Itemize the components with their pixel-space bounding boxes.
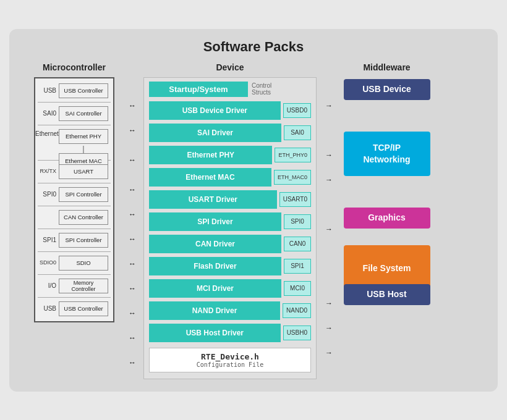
mw-header: Middleware: [363, 62, 410, 72]
main-container: Software Packs Microcontroller USB USB C…: [9, 29, 498, 392]
mw-graphics-slot: Graphics: [344, 207, 430, 229]
eth-phy-tag: ETH_PHY0: [275, 148, 311, 162]
mc-row-eth: Ethernet Ethernet PHY | Ethernet MAC: [35, 127, 113, 159]
device-row-nand: NAND Driver NAND0: [149, 301, 311, 321]
mc-chip-usb-controller-1: USB Controller: [59, 83, 108, 98]
startup-bar: Startup/System: [149, 82, 248, 97]
usb-host-driver-btn: USB Host Driver: [149, 324, 281, 342]
mw-arrow-9: →: [325, 292, 333, 314]
usb-device-driver-btn: USB Device Driver: [149, 101, 281, 120]
device-row-usart: USART Driver USART0: [149, 190, 311, 209]
mc-header: Microcontroller: [43, 62, 106, 72]
usart-tag: USART0: [279, 192, 311, 207]
mc-sep-8: [38, 274, 111, 275]
device-row-usb-device: USB Device Driver USBD0: [149, 101, 311, 120]
sai-driver-btn: SAI Driver: [149, 124, 281, 142]
mc-sep-5: [38, 206, 111, 206]
mc-row-mem: I/O Memory Controller: [35, 276, 113, 296]
mw-arrow-10: →: [325, 317, 333, 339]
mc-label-sdio: SDIO0: [35, 259, 59, 266]
mc-chip-can: CAN Controller: [59, 210, 108, 225]
device-row-can: CAN Driver CAN0: [149, 234, 311, 254]
mc-chip-sdio: SDIO: [59, 256, 108, 271]
mw-arrow-6: →: [325, 218, 333, 240]
arrow-6: ↔: [129, 228, 136, 250]
mw-usb-device-slot: USB Device: [344, 78, 430, 101]
mw-arrow-11: →: [325, 342, 333, 364]
mc-sep-2: [38, 125, 111, 125]
flash-driver-btn: Flash Driver: [149, 257, 281, 275]
device-row-flash: Flash Driver SPI1: [149, 256, 311, 276]
spi-driver-btn: SPI Driver: [149, 212, 281, 231]
nand-driver-btn: NAND Driver: [149, 301, 280, 320]
mc-row-spi0: SPI0 SPI Controller: [35, 185, 113, 204]
arrow-4: ↔: [129, 178, 136, 201]
eth-phy-driver-btn: Ethernet PHY: [149, 146, 272, 164]
startup-row: Startup/System Control Structs: [149, 82, 311, 97]
middleware-column: Middleware USB Device TCP/IPNetworking: [336, 62, 438, 306]
device-row-mci: MCI Driver MCI0: [149, 279, 311, 298]
device-row-sai: SAI Driver SAI0: [149, 123, 311, 143]
nand-tag: NAND0: [283, 303, 311, 318]
mw-arrow-1: →: [325, 94, 333, 117]
arrow-11: ↔: [129, 351, 136, 374]
mw-graphics: Graphics: [344, 208, 430, 229]
mw-arrow-3: →: [325, 144, 333, 166]
mci-driver-btn: MCI Driver: [149, 279, 281, 298]
mc-sep-9: [38, 297, 111, 298]
mc-label-spi1: SPI1: [35, 237, 59, 244]
mc-chip-usart: USART: [59, 164, 108, 179]
mw-tcpip-slot: TCP/IPNetworking: [344, 130, 430, 177]
usart-driver-btn: USART Driver: [149, 190, 277, 209]
rte-subtitle: Configuration File: [150, 361, 310, 368]
mc-sep-4: [38, 183, 111, 183]
mw-usbhost-slot: USB Host: [344, 284, 430, 306]
mc-chip-mem: Memory Controller: [59, 279, 108, 293]
diagram-wrapper: Microcontroller USB USB Controller SAI0 …: [22, 62, 485, 379]
eth-mac-driver-btn: Ethernet MAC: [149, 168, 271, 187]
mc-label-sai: SAI0: [35, 110, 59, 117]
usb-host-tag: USBH0: [283, 326, 311, 340]
device-header: Device: [216, 62, 244, 72]
mc-chip-usb-controller-2: USB Controller: [59, 301, 108, 316]
usb-device-tag: USBD0: [283, 103, 311, 118]
rte-box: RTE_Device.h Configuration File: [149, 348, 311, 372]
mw-tcpip: TCP/IPNetworking: [344, 132, 430, 176]
arrow-8: ↔: [129, 277, 136, 300]
mw-usbhost: USB Host: [344, 284, 430, 305]
arrow-5: ↔: [129, 203, 136, 225]
arrow-9: ↔: [129, 302, 136, 324]
rte-title: RTE_Device.h: [150, 352, 310, 361]
mc-chip-spi1: SPI Controller: [59, 233, 108, 248]
mc-row-usb1: USB USB Controller: [35, 81, 113, 101]
arrows-mc-to-device: ↔ ↔ ↔ ↔ ↔ ↔ ↔ ↔ ↔ ↔ ↔: [127, 62, 138, 374]
diagram: Microcontroller USB USB Controller SAI0 …: [22, 62, 485, 379]
mc-sep-6: [38, 229, 111, 229]
control-structs-label: Control Structs: [252, 82, 271, 96]
mc-row-sdio: SDIO0 SDIO: [35, 253, 113, 273]
mw-arrow-4: →: [325, 169, 333, 191]
mc-label-usart: RX/TX: [35, 168, 59, 175]
mc-row-can: CAN Controller: [35, 208, 113, 227]
device-column: Device Startup/System Control Structs US…: [140, 62, 320, 379]
mw-usb-device: USB Device: [344, 79, 430, 100]
device-row-eth-mac: Ethernet MAC ETH_MAC0: [149, 167, 311, 187]
mc-row-usart: RX/TX USART: [35, 162, 113, 182]
arrow-3: ↔: [129, 144, 136, 176]
mw-blocks: USB Device TCP/IPNetworking: [344, 77, 430, 306]
mw-filesystem-slot: File System: [344, 232, 430, 281]
can-tag: CAN0: [284, 237, 311, 251]
device-box: Startup/System Control Structs USB Devic…: [143, 77, 317, 379]
mc-row-sai: SAI0 SAI Controller: [35, 104, 113, 124]
mc-sep-1: [38, 102, 111, 103]
can-driver-btn: CAN Driver: [149, 235, 281, 253]
spi-tag: SPI0: [284, 214, 311, 229]
sai-tag: SAI0: [284, 125, 311, 140]
device-row-usb-host: USB Host Driver USBH0: [149, 323, 311, 343]
arrow-7: ↔: [129, 253, 136, 275]
mc-label-eth: Ethernet: [35, 129, 59, 138]
flash-tag: SPI1: [284, 259, 311, 274]
mc-label-usb1: USB: [35, 87, 59, 94]
eth-separator-bar: |: [59, 145, 108, 153]
device-row-eth-phy: Ethernet PHY ETH_PHY0: [149, 145, 311, 165]
